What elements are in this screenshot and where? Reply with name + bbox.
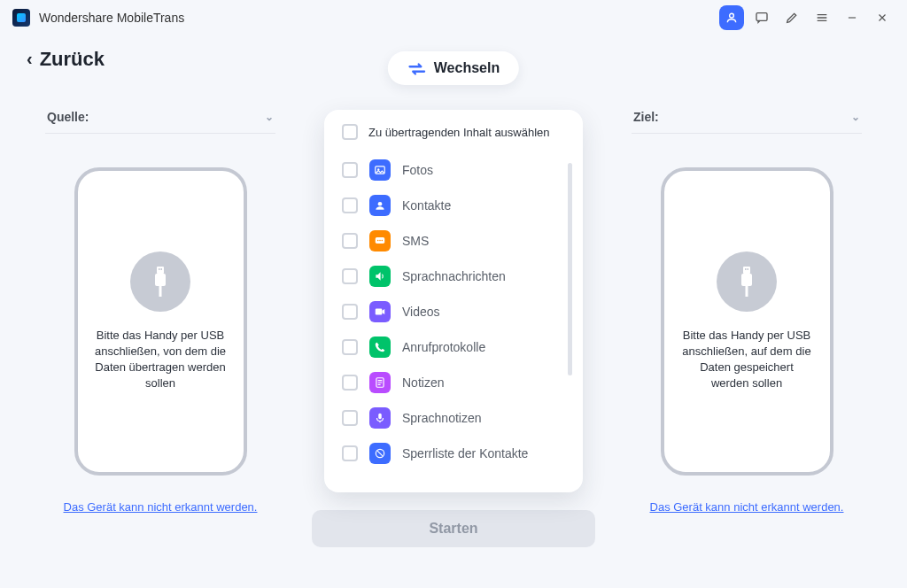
content-row-notes: Notizen — [342, 365, 574, 400]
videos-icon — [369, 301, 391, 322]
minimize-button[interactable] — [840, 5, 864, 30]
contacts-icon — [369, 195, 391, 216]
content-checkbox[interactable] — [342, 339, 358, 355]
target-device-selector[interactable]: Ziel: ⌄ — [632, 110, 862, 134]
content-row-block: Sperrliste der Kontakte — [342, 436, 574, 471]
chevron-down-icon: ⌄ — [265, 111, 274, 123]
source-hint: Bitte das Handy per USB anschließen, von… — [94, 328, 228, 391]
svg-point-12 — [379, 240, 381, 242]
content-label: Anrufprotokolle — [402, 340, 574, 354]
content-label: Kontakte — [402, 198, 574, 213]
scrollbar-thumb[interactable] — [568, 163, 572, 375]
content-checkbox[interactable] — [342, 375, 358, 391]
svg-rect-20 — [745, 268, 747, 270]
source-device-selector[interactable]: Quelle: ⌄ — [45, 110, 275, 134]
content-label: Videos — [402, 305, 574, 319]
switch-button[interactable]: Wechseln — [388, 51, 519, 85]
content-label: Notizen — [402, 375, 574, 390]
select-all-label: Zu übertragenden Inhalt auswählen — [368, 126, 550, 139]
content-checkbox[interactable] — [342, 410, 358, 426]
switch-label: Wechseln — [434, 60, 500, 76]
content-row-photos: Fotos — [342, 152, 574, 188]
content-row-contacts: Kontakte — [342, 188, 574, 223]
svg-rect-19 — [743, 267, 750, 274]
content-label: Sprachnachrichten — [402, 269, 574, 283]
svg-rect-23 — [746, 286, 748, 297]
start-button[interactable]: Starten — [312, 510, 595, 547]
content-checkbox[interactable] — [342, 268, 358, 284]
content-checkbox[interactable] — [342, 445, 358, 461]
calls-icon — [369, 337, 391, 358]
vnotes-icon — [369, 407, 391, 429]
svg-rect-2 — [157, 267, 164, 274]
svg-point-0 — [730, 13, 734, 18]
back-label: Zurück — [40, 48, 105, 71]
close-icon — [876, 12, 888, 24]
chevron-left-icon: ‹ — [27, 49, 33, 69]
content-row-calls: Anrufprotokolle — [342, 329, 574, 365]
app-logo — [12, 9, 30, 27]
content-checkbox[interactable] — [342, 162, 358, 178]
content-row-sms: SMS — [342, 223, 574, 259]
user-icon — [725, 12, 738, 24]
content-panel: Zu übertragenden Inhalt auswählen FotosK… — [324, 110, 583, 492]
target-title: Ziel: — [633, 110, 659, 124]
titlebar: Wondershare MobileTrans — [0, 0, 907, 35]
account-button[interactable] — [719, 5, 744, 30]
content-label: SMS — [402, 234, 574, 248]
minimize-icon — [846, 12, 858, 24]
svg-point-11 — [377, 240, 379, 242]
swap-icon — [407, 62, 425, 74]
chat-icon — [755, 11, 769, 25]
content-row-vnotes: Sprachnotizen — [342, 400, 574, 436]
svg-rect-16 — [378, 414, 382, 419]
select-all-checkbox[interactable] — [342, 124, 358, 140]
content-label: Sprachnotizen — [402, 411, 574, 425]
menu-button[interactable] — [810, 5, 834, 30]
usb-icon — [717, 251, 777, 312]
source-panel: Quelle: ⌄ Bitte das Handy per USB anschl… — [27, 110, 294, 570]
content-checkbox[interactable] — [342, 304, 358, 320]
notes-icon — [369, 372, 391, 393]
chevron-down-icon: ⌄ — [851, 111, 860, 123]
svg-point-13 — [382, 240, 384, 242]
svg-rect-1 — [756, 13, 767, 21]
back-button[interactable]: ‹ Zurück — [27, 48, 105, 71]
target-hint: Bitte das Handy per USB anschließen, auf… — [680, 328, 814, 391]
content-row-videos: Videos — [342, 294, 574, 329]
hamburger-icon — [815, 11, 829, 25]
source-title: Quelle: — [47, 110, 89, 124]
close-button[interactable] — [870, 5, 895, 30]
svg-rect-14 — [376, 309, 383, 315]
content-row-voice: Sprachnachrichten — [342, 259, 574, 294]
content-checkbox[interactable] — [342, 197, 358, 213]
svg-rect-5 — [155, 274, 166, 286]
source-phone-placeholder: Bitte das Handy per USB anschließen, von… — [74, 167, 247, 476]
svg-rect-22 — [741, 274, 752, 286]
target-phone-placeholder: Bitte das Handy per USB anschließen, auf… — [661, 167, 833, 476]
feedback-button[interactable] — [749, 5, 774, 30]
app-title: Wondershare MobileTrans — [39, 11, 184, 25]
content-row-calendar: Kalender — [342, 471, 574, 478]
svg-point-9 — [378, 202, 383, 206]
content-label: Fotos — [402, 163, 574, 177]
content-label: Sperrliste der Kontakte — [402, 446, 574, 460]
photos-icon — [369, 159, 391, 181]
block-icon — [369, 443, 391, 464]
svg-rect-21 — [748, 268, 749, 270]
edit-button[interactable] — [779, 5, 804, 30]
pencil-icon — [785, 11, 799, 25]
svg-rect-4 — [161, 268, 163, 270]
sms-icon — [369, 230, 391, 251]
svg-rect-6 — [159, 286, 162, 297]
target-panel: Ziel: ⌄ Bitte das Handy per USB anschlie… — [613, 110, 880, 570]
target-help-link[interactable]: Das Gerät kann nicht erkannt werden. — [650, 500, 844, 514]
usb-icon — [130, 251, 190, 312]
content-checkbox[interactable] — [342, 233, 358, 249]
voice-icon — [369, 266, 391, 287]
source-help-link[interactable]: Das Gerät kann nicht erkannt werden. — [64, 500, 258, 514]
svg-rect-3 — [159, 268, 160, 270]
